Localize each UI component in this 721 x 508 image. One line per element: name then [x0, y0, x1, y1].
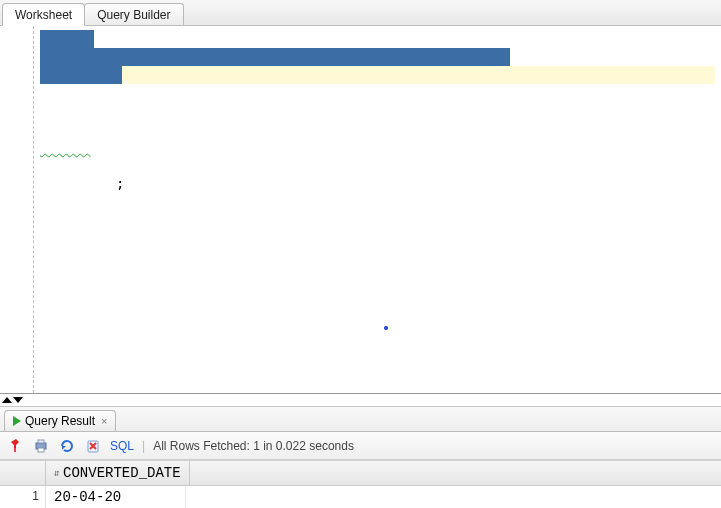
fetch-status: All Rows Fetched: 1 in 0.022 seconds	[153, 439, 354, 453]
tab-query-builder[interactable]: Query Builder	[84, 3, 183, 25]
column-label: CONVERTED_DATE	[63, 465, 181, 481]
sql-editor[interactable]: SELECT TO_DATE( '20 APR 2020', 'DD MON Y…	[0, 26, 721, 394]
results-tabstrip: Query Result ×	[0, 406, 721, 432]
code-text: SELECT TO_DATE( '20 APR 2020', 'DD MON Y…	[40, 138, 715, 192]
selection-bg	[40, 30, 94, 48]
run-icon	[13, 416, 21, 426]
grid-header: ⇵ CONVERTED_DATE	[0, 461, 721, 486]
sql-link[interactable]: SQL	[110, 439, 134, 453]
results-toolbar: SQL | All Rows Fetched: 1 in 0.022 secon…	[0, 432, 721, 460]
results-tab-label: Query Result	[25, 414, 95, 428]
delete-icon[interactable]	[84, 437, 102, 455]
collapse-up-icon[interactable]	[2, 397, 12, 403]
print-icon[interactable]	[32, 437, 50, 455]
separator: |	[142, 439, 145, 453]
tab-worksheet[interactable]: Worksheet	[2, 3, 85, 26]
column-header[interactable]: ⇵ CONVERTED_DATE	[46, 461, 190, 485]
cell-converted-date[interactable]: 20-04-20	[46, 486, 186, 508]
editor-gutter	[0, 26, 34, 393]
results-grid[interactable]: ⇵ CONVERTED_DATE 1 20-04-20	[0, 460, 721, 508]
row-number: 1	[0, 486, 46, 508]
selection-bg	[40, 66, 122, 84]
selection-bg	[40, 48, 510, 66]
sort-icon[interactable]: ⇵	[54, 470, 60, 477]
editor-tabstrip: Worksheet Query Builder	[0, 0, 721, 26]
svg-rect-3	[38, 448, 44, 452]
current-line-highlight	[40, 66, 715, 84]
table-row[interactable]: 1 20-04-20	[0, 486, 721, 508]
splitter[interactable]	[0, 394, 721, 406]
caret-dot	[384, 326, 388, 330]
pin-icon[interactable]	[6, 437, 24, 455]
svg-rect-2	[38, 440, 44, 443]
close-icon[interactable]: ×	[99, 415, 107, 427]
svg-rect-0	[14, 447, 16, 452]
refresh-icon[interactable]	[58, 437, 76, 455]
row-number-header	[0, 461, 46, 485]
collapse-down-icon[interactable]	[13, 397, 23, 403]
tab-query-result[interactable]: Query Result ×	[4, 410, 116, 431]
code-area[interactable]: SELECT TO_DATE( '20 APR 2020', 'DD MON Y…	[34, 26, 721, 393]
